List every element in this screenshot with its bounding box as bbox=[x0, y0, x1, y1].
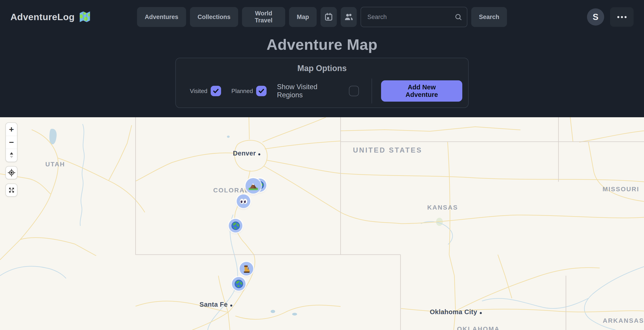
avatar-initial: S bbox=[593, 12, 598, 22]
options-divider bbox=[372, 78, 372, 104]
search-icon bbox=[454, 13, 462, 21]
adventurelog-app: AdventureLog Adventures Collections bbox=[0, 0, 644, 330]
map-label-united-states: UNITED STATES bbox=[353, 146, 422, 154]
visited-checkbox[interactable] bbox=[211, 86, 221, 96]
city-dot bbox=[258, 154, 260, 156]
nav-item-map[interactable]: Map bbox=[289, 7, 316, 27]
users-icon bbox=[344, 12, 354, 22]
map-label-utah: UTAH bbox=[45, 161, 65, 168]
search-field-wrap bbox=[361, 7, 468, 27]
ellipsis-icon bbox=[617, 16, 619, 18]
nav-item-world-travel[interactable]: World Travel bbox=[242, 7, 285, 27]
map-roads bbox=[0, 117, 644, 330]
zoom-out-button[interactable]: − bbox=[6, 136, 17, 149]
city-dot bbox=[230, 305, 232, 307]
map-options-row: Visited Planned bbox=[176, 78, 468, 104]
show-visited-regions-toggle[interactable]: Show Visited Regions bbox=[277, 83, 359, 99]
check-icon bbox=[212, 88, 219, 94]
locate-button[interactable] bbox=[6, 166, 18, 179]
map-label-oklahoma-city: Oklahoma City bbox=[430, 308, 482, 316]
map-options-title: Map Options bbox=[176, 64, 468, 73]
map-marker-globe[interactable] bbox=[229, 219, 242, 232]
fullscreen-button[interactable] bbox=[6, 184, 18, 197]
planned-label: Planned bbox=[232, 88, 253, 94]
map-label-santa-fe: Santa Fe bbox=[200, 301, 232, 308]
search-button[interactable]: Search bbox=[471, 7, 507, 27]
calendar-button[interactable] bbox=[320, 7, 337, 27]
locate-icon bbox=[8, 168, 16, 177]
map-marker-globe[interactable] bbox=[232, 277, 246, 290]
mountain-emoji-icon bbox=[248, 180, 259, 192]
zoom-in-button[interactable]: + bbox=[6, 123, 17, 136]
planned-toggle[interactable]: Planned bbox=[232, 86, 266, 96]
map-label-oklahoma: OKLAHOMA bbox=[457, 326, 500, 330]
nav-item-adventures[interactable]: Adventures bbox=[137, 7, 186, 27]
show-visited-regions-checkbox[interactable] bbox=[349, 86, 359, 96]
show-visited-regions-label: Show Visited Regions bbox=[277, 83, 343, 99]
map-marker-boot[interactable] bbox=[240, 262, 253, 276]
header: AdventureLog Adventures Collections bbox=[0, 0, 644, 117]
navbar-right: S bbox=[587, 7, 634, 27]
map-options-card: Map Options Visited Planned bbox=[175, 58, 469, 108]
logo-text: AdventureLog bbox=[10, 12, 75, 22]
calendar-icon bbox=[324, 12, 333, 22]
boot-emoji-icon bbox=[242, 264, 252, 274]
planned-checkbox[interactable] bbox=[256, 86, 266, 96]
map-label-missouri: MISSOURI bbox=[602, 186, 639, 193]
map-rivers bbox=[0, 124, 644, 330]
overflow-menu-button[interactable] bbox=[610, 7, 634, 27]
logo[interactable]: AdventureLog bbox=[10, 10, 92, 24]
globe-emoji-icon bbox=[234, 279, 244, 289]
fullscreen-icon bbox=[8, 186, 16, 194]
page-title: Adventure Map bbox=[0, 36, 644, 53]
nav-menu: Adventures Collections World Travel Map bbox=[137, 7, 507, 27]
check-icon bbox=[258, 88, 265, 94]
nav-item-collections[interactable]: Collections bbox=[190, 7, 238, 27]
search-input[interactable] bbox=[361, 7, 468, 27]
add-new-adventure-button[interactable]: Add New Adventure bbox=[381, 80, 462, 102]
city-dot bbox=[480, 312, 482, 314]
eyes-emoji-icon bbox=[239, 196, 248, 206]
map-label-denver: Denver bbox=[233, 150, 260, 157]
map-emoji-icon bbox=[78, 10, 92, 24]
map-container[interactable]: UTAHCOLORADOUNITED STATESKANSASMISSOURIA… bbox=[0, 117, 644, 330]
compass-icon bbox=[8, 151, 16, 160]
map-label-kansas: KANSAS bbox=[427, 204, 458, 211]
globe-emoji-icon bbox=[231, 221, 240, 231]
compass-pitch-button[interactable] bbox=[6, 149, 17, 162]
map-label-arkansas: ARKANSAS bbox=[603, 317, 644, 324]
navbar: AdventureLog Adventures Collections bbox=[0, 0, 644, 34]
visited-label: Visited bbox=[190, 88, 208, 94]
map-marker-eyes[interactable] bbox=[237, 194, 250, 208]
toggle-group: Visited Planned bbox=[190, 83, 359, 99]
map-marker-mountain[interactable] bbox=[246, 178, 261, 194]
map-zoom-controls: + − bbox=[6, 122, 18, 162]
avatar[interactable]: S bbox=[587, 8, 604, 26]
visited-toggle[interactable]: Visited bbox=[190, 86, 221, 96]
map-basemap bbox=[0, 117, 644, 330]
users-button[interactable] bbox=[340, 7, 357, 27]
